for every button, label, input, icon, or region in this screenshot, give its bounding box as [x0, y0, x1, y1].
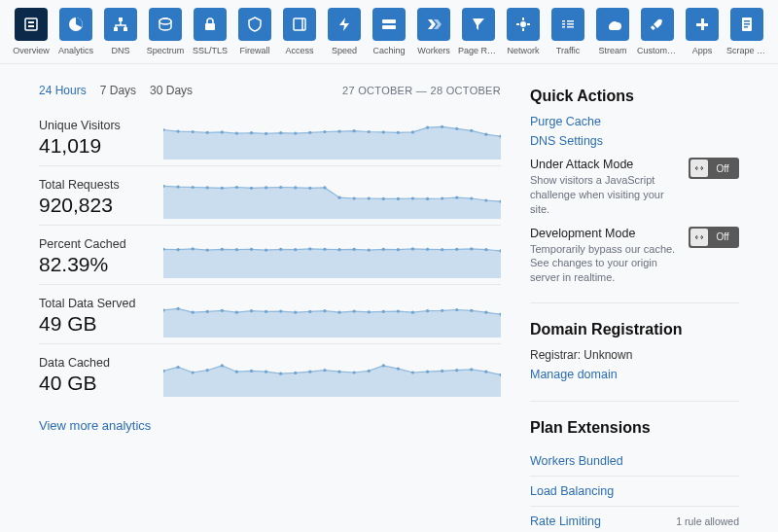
nav-firewall[interactable]: Firewall: [234, 8, 275, 63]
nav-analytics[interactable]: Analytics: [55, 8, 96, 63]
metric-row-percent-cached: Percent Cached 82.39%: [39, 225, 501, 284]
svg-point-104: [206, 310, 209, 313]
nav-spectrum[interactable]: Spectrum: [145, 8, 186, 63]
registrar-label: Registrar: Unknown: [530, 348, 632, 362]
svg-point-33: [221, 130, 224, 133]
nav-caching[interactable]: Caching: [369, 8, 409, 63]
svg-point-71: [426, 197, 429, 200]
nav-apps[interactable]: Apps: [682, 8, 723, 63]
svg-rect-1: [28, 21, 34, 23]
range-tab-24-hours[interactable]: 24 Hours: [39, 84, 87, 97]
svg-point-139: [368, 370, 371, 372]
svg-point-128: [206, 369, 209, 372]
svg-point-95: [426, 248, 429, 251]
metric-value: 920,823: [39, 194, 146, 217]
svg-point-84: [265, 249, 267, 252]
svg-point-74: [470, 196, 473, 199]
svg-point-79: [192, 247, 194, 250]
qa-link-purge-cache[interactable]: Purge Cache: [530, 115, 739, 128]
range-tab-7-days[interactable]: 7 Days: [100, 84, 136, 97]
svg-point-133: [279, 372, 282, 375]
view-more-analytics-link[interactable]: View more analytics: [39, 418, 151, 433]
svg-rect-22: [651, 25, 655, 30]
nav-dns[interactable]: DNS: [100, 8, 141, 63]
nav-overview[interactable]: Overview: [11, 8, 52, 63]
svg-point-120: [441, 309, 443, 312]
nav-stream[interactable]: Stream: [592, 8, 633, 63]
nav-ssltls[interactable]: SSL/TLS: [190, 8, 230, 63]
plan-name[interactable]: Rate Limiting: [530, 514, 601, 528]
svg-rect-12: [382, 25, 396, 29]
nav-network[interactable]: Network: [503, 8, 544, 63]
metric-chart: [163, 117, 501, 160]
svg-rect-16: [562, 20, 565, 22]
dns-icon: [104, 8, 137, 41]
svg-point-35: [250, 131, 253, 134]
svg-rect-4: [119, 18, 123, 21]
svg-point-64: [323, 186, 326, 189]
svg-point-65: [337, 196, 340, 199]
nav-speed[interactable]: Speed: [324, 8, 365, 63]
nav-label: Analytics: [58, 46, 93, 63]
overview-main: 24 Hours7 Days30 Days 27 OCTOBER — 28 OC…: [39, 64, 501, 532]
svg-point-114: [353, 310, 356, 313]
svg-point-60: [265, 186, 267, 189]
plan-name[interactable]: Workers Bundled: [530, 454, 623, 468]
svg-point-61: [279, 186, 282, 189]
svg-point-92: [382, 248, 385, 251]
metric-row-total-requests: Total Requests 920,823: [39, 165, 501, 225]
toggle-desc: Temporarily bypass our cache. See change…: [530, 242, 679, 286]
svg-point-107: [250, 309, 253, 312]
svg-point-102: [176, 307, 179, 310]
svg-point-46: [411, 130, 414, 133]
svg-point-38: [294, 132, 297, 135]
svg-point-108: [265, 310, 267, 313]
caching-icon: [372, 8, 406, 41]
nav-access[interactable]: Access: [279, 8, 320, 63]
nav-workers[interactable]: Workers: [413, 8, 454, 63]
svg-point-83: [250, 248, 253, 251]
svg-point-86: [294, 248, 297, 251]
svg-point-36: [265, 132, 267, 135]
plan-meta: 1 rule allowed: [676, 515, 739, 527]
plan-name[interactable]: Load Balancing: [530, 484, 614, 498]
svg-point-54: [176, 186, 179, 189]
nav-custom[interactable]: Custom P...: [637, 8, 678, 63]
svg-point-97: [455, 248, 458, 251]
svg-point-56: [206, 186, 209, 189]
svg-point-88: [323, 248, 326, 251]
svg-point-55: [192, 186, 194, 189]
svg-point-32: [206, 131, 209, 134]
plan-row-rate-limiting: Rate Limiting1 rule allowed: [530, 506, 739, 532]
svg-point-31: [192, 130, 194, 133]
toggle-switch[interactable]: Off: [689, 227, 739, 248]
speed-icon: [328, 8, 361, 41]
svg-point-80: [206, 249, 209, 252]
toggle-switch[interactable]: Off: [689, 158, 739, 179]
svg-point-136: [323, 369, 326, 372]
svg-point-131: [250, 370, 253, 372]
svg-point-51: [484, 133, 487, 136]
svg-point-39: [308, 131, 311, 134]
svg-point-127: [192, 371, 194, 373]
svg-point-117: [397, 310, 400, 313]
qa-link-dns-settings[interactable]: DNS Settings: [530, 134, 739, 148]
svg-point-67: [368, 196, 371, 199]
svg-point-110: [294, 311, 297, 314]
nav-pagerules[interactable]: Page Rules: [458, 8, 499, 63]
toggle-title: Under Attack Mode: [530, 158, 679, 171]
metric-label: Total Data Served: [39, 297, 146, 310]
metric-row-data-cached: Data Cached 40 GB: [39, 343, 501, 403]
svg-point-91: [368, 249, 371, 252]
quick-actions-section: Quick Actions Purge CacheDNS Settings Un…: [530, 88, 739, 303]
svg-point-112: [323, 309, 326, 312]
range-tab-30-days[interactable]: 30 Days: [150, 84, 193, 97]
svg-rect-24: [701, 18, 704, 30]
nav-traffic[interactable]: Traffic: [548, 8, 588, 63]
svg-point-118: [411, 311, 414, 314]
nav-scrape[interactable]: Scrape S...: [726, 8, 767, 63]
overview-icon: [15, 8, 48, 41]
manage-domain-link[interactable]: Manage domain: [530, 368, 739, 381]
plan-extensions-section: Plan Extensions Workers BundledLoad Bala…: [530, 419, 739, 532]
svg-rect-17: [562, 23, 565, 25]
